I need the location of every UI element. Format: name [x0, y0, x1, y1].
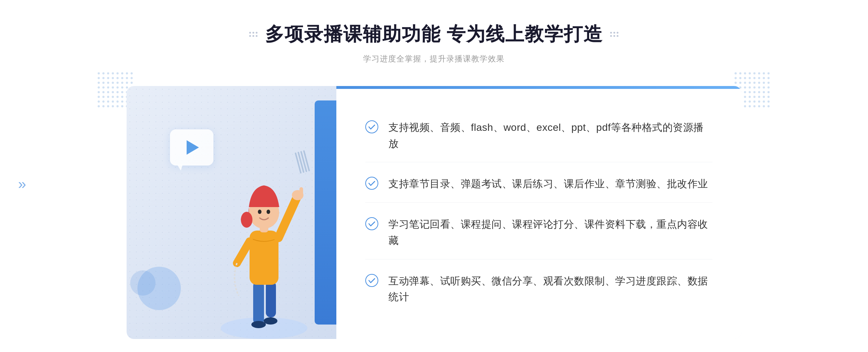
feature-text-2: 支持章节目录、弹题考试、课后练习、课后作业、章节测验、批改作业 — [388, 176, 708, 192]
svg-point-10 — [241, 212, 252, 228]
svg-point-3 — [251, 321, 266, 328]
feature-item-3: 学习笔记回看、课程提问、课程评论打分、课件资料下载，重点内容收藏 — [365, 206, 712, 259]
left-chevron-decoration: » — [18, 176, 26, 192]
svg-rect-2 — [266, 281, 276, 317]
header-section: 多项录播课辅助功能 专为线上教学打造 学习进度全掌握，提升录播课教学效果 — [249, 22, 619, 64]
dot-grid-right — [610, 32, 619, 37]
svg-point-18 — [366, 274, 378, 287]
svg-rect-14 — [299, 187, 303, 197]
play-triangle-icon — [187, 140, 199, 155]
svg-point-11 — [258, 210, 261, 214]
svg-point-4 — [264, 317, 277, 325]
check-icon-1 — [365, 120, 378, 133]
check-icon-2 — [365, 177, 378, 190]
svg-line-7 — [237, 241, 250, 263]
svg-line-6 — [278, 198, 297, 238]
figure-illustration — [210, 151, 318, 339]
gradient-bar — [336, 86, 741, 89]
check-icon-4 — [365, 274, 378, 287]
title-decoration-left — [249, 32, 258, 37]
left-illustration-panel — [127, 86, 336, 339]
svg-point-17 — [366, 218, 378, 230]
feature-item-4: 互动弹幕、试听购买、微信分享、观看次数限制、学习进度跟踪、数据统计 — [365, 263, 712, 316]
feature-text-4: 互动弹幕、试听购买、微信分享、观看次数限制、学习进度跟踪、数据统计 — [388, 273, 712, 306]
check-icon-3 — [365, 217, 378, 230]
circle-decoration-2 — [130, 270, 156, 296]
feature-item-1: 支持视频、音频、flash、word、excel、ppt、pdf等各种格式的资源… — [365, 110, 712, 163]
right-features-panel: 支持视频、音频、flash、word、excel、ppt、pdf等各种格式的资源… — [336, 86, 741, 339]
svg-rect-1 — [253, 281, 264, 325]
svg-point-16 — [366, 177, 378, 189]
play-bubble — [170, 129, 213, 166]
page-title: 多项录播课辅助功能 专为线上教学打造 — [265, 22, 603, 47]
content-area: 支持视频、音频、flash、word、excel、ppt、pdf等各种格式的资源… — [127, 86, 741, 339]
svg-point-15 — [366, 121, 378, 133]
page-wrapper: » 多项录播课辅助功能 专为线上教学打造 学习进度全掌握，提升录播课教学效果 — [0, 0, 868, 352]
feature-text-1: 支持视频、音频、flash、word、excel、ppt、pdf等各种格式的资源… — [388, 120, 712, 152]
svg-rect-5 — [250, 231, 278, 285]
feature-item-2: 支持章节目录、弹题考试、课后练习、课后作业、章节测验、批改作业 — [365, 166, 712, 203]
dot-grid-left — [249, 32, 258, 37]
page-subtitle: 学习进度全掌握，提升录播课教学效果 — [249, 53, 619, 64]
svg-point-12 — [267, 210, 270, 214]
feature-text-3: 学习笔记回看、课程提问、课程评论打分、课件资料下载，重点内容收藏 — [388, 216, 712, 249]
title-decoration-right — [610, 32, 619, 37]
title-row: 多项录播课辅助功能 专为线上教学打造 — [249, 22, 619, 47]
